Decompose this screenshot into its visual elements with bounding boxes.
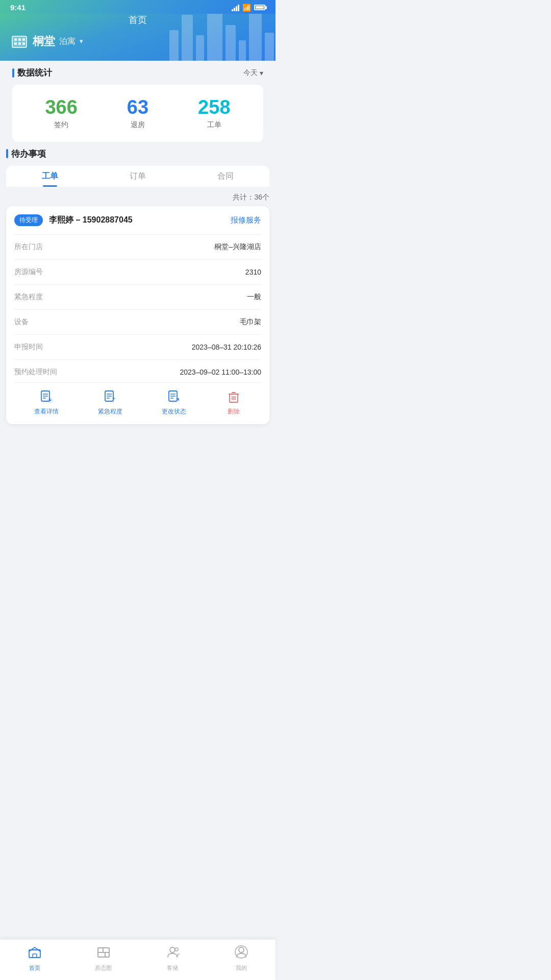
action-label-status: 更改状态 [162, 407, 186, 416]
card-divider-2 [14, 284, 261, 285]
delete-icon [226, 389, 242, 405]
card-row-1: 房源编号 2310 [14, 264, 261, 280]
stat-label-1: 退房 [127, 120, 148, 130]
card-header: 待受理 李熙婷 – 15902887045 报修服务 [14, 214, 261, 226]
card-divider-top [14, 234, 261, 235]
stat-label-2: 工单 [198, 120, 230, 130]
card-divider-4 [14, 334, 261, 335]
action-label-delete: 删除 [228, 407, 240, 416]
view-detail-icon [38, 389, 55, 405]
stats-title: 数据统计 [12, 67, 52, 79]
card-row-5: 预约处理时间 2023–09–02 11:00–13:00 [14, 364, 261, 380]
tab-gongdan[interactable]: 工单 [6, 166, 94, 187]
stat-label-0: 签约 [45, 120, 77, 130]
action-view-detail[interactable]: 查看详情 [34, 389, 59, 416]
action-label-view: 查看详情 [34, 407, 59, 416]
header-brand: 桐堂 泊寓 ▾ [10, 32, 265, 51]
card-row-3: 设备 毛巾架 [14, 314, 261, 330]
svg-rect-3 [22, 38, 25, 41]
tab-dingdan[interactable]: 订单 [94, 166, 182, 187]
change-status-icon [166, 389, 182, 405]
brand-icon [10, 32, 29, 51]
card-row-4: 申报时间 2023–08–31 20:10:26 [14, 339, 261, 355]
header-title: 首页 [10, 14, 265, 32]
stats-filter[interactable]: 今天 ▾ [243, 68, 263, 78]
stats-title-bar [12, 68, 14, 78]
svg-rect-4 [14, 42, 17, 45]
stats-grid: 366 签约 63 退房 258 工单 [20, 93, 255, 134]
wifi-icon: 📶 [242, 4, 251, 12]
pending-section: 待办事项 工单 订单 合同 共计：36个 [6, 148, 269, 206]
status-badge: 待受理 [14, 214, 43, 226]
main-content: 数据统计 今天 ▾ 366 签约 63 退房 258 工单 [0, 67, 276, 471]
card-divider-3 [14, 309, 261, 310]
svg-rect-0 [12, 36, 27, 47]
stat-tuifang: 63 退房 [127, 97, 148, 130]
action-urgency[interactable]: 紧急程度 [98, 389, 122, 416]
signal-icon [232, 4, 239, 11]
stat-number-0: 366 [45, 97, 77, 118]
stats-section-wrapper: 数据统计 今天 ▾ 366 签约 63 退房 258 工单 [6, 67, 269, 142]
card-divider-1 [14, 259, 261, 260]
action-label-urgency: 紧急程度 [98, 407, 122, 416]
tabs: 工单 订单 合同 [6, 166, 269, 187]
stat-gongdan: 258 工单 [198, 97, 230, 130]
svg-rect-5 [18, 42, 21, 45]
action-change-status[interactable]: 更改状态 [162, 389, 186, 416]
stat-number-1: 63 [127, 97, 148, 118]
status-icons: 📶 [232, 4, 265, 12]
stats-card: 366 签约 63 退房 258 工单 [12, 85, 263, 142]
battery-icon [254, 5, 265, 10]
brand-name: 桐堂 [33, 34, 55, 49]
card-type: 报修服务 [231, 215, 261, 225]
status-bar: 9:41 📶 [0, 0, 276, 14]
dropdown-arrow-icon[interactable]: ▾ [80, 38, 83, 45]
action-delete[interactable]: 删除 [226, 389, 242, 416]
header: 首页 桐堂 泊寓 ▾ [0, 14, 276, 61]
header-subtitle: 泊寓 [59, 36, 76, 47]
stat-qianyue: 366 签约 [45, 97, 77, 130]
svg-rect-6 [22, 42, 25, 45]
card-divider-5 [14, 359, 261, 360]
time: 9:41 [10, 3, 26, 12]
svg-rect-2 [18, 38, 21, 41]
card-row-0: 所在门店 桐堂–兴隆湖店 [14, 239, 261, 255]
urgency-icon [102, 389, 118, 405]
pending-title-bar [6, 149, 8, 158]
card-person: 李熙婷 – 15902887045 [49, 215, 224, 226]
card-actions: 查看详情 紧急程度 [14, 382, 261, 416]
count-bar: 共计：36个 [6, 191, 269, 206]
tabs-container: 工单 订单 合同 [6, 166, 269, 187]
stats-section-header: 数据统计 今天 ▾ [12, 67, 263, 79]
card-row-2: 紧急程度 一般 [14, 289, 261, 305]
svg-rect-1 [14, 38, 17, 41]
filter-arrow-icon: ▾ [260, 69, 263, 77]
pending-title: 待办事项 [6, 148, 269, 160]
work-order-card: 待受理 李熙婷 – 15902887045 报修服务 所在门店 桐堂–兴隆湖店 … [6, 206, 269, 424]
tab-hetong[interactable]: 合同 [182, 166, 269, 187]
stat-number-2: 258 [198, 97, 230, 118]
